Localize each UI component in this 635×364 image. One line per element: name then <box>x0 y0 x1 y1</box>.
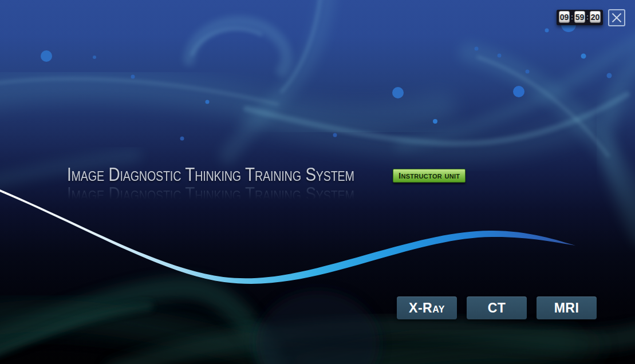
close-icon <box>612 13 622 23</box>
clock-separator: : <box>585 13 590 21</box>
clock-seconds: 20 <box>590 11 601 23</box>
clock-minutes: 59 <box>574 11 585 23</box>
clock-separator: : <box>570 13 574 21</box>
instructor-unit-badge: Instructor unit <box>393 169 466 183</box>
dark-sphere <box>256 291 380 364</box>
page-title-reflection: Image Diagnostic Thinking Training Syste… <box>67 184 354 203</box>
launcher-screen: 09 : 59 : 20 Image Diagnostic Thinking T… <box>0 0 635 364</box>
page-title: Image Diagnostic Thinking Training Syste… <box>67 164 354 184</box>
clock-hours: 09 <box>559 11 570 23</box>
ct-button[interactable]: CT <box>467 296 527 319</box>
xray-button[interactable]: X-Ray <box>397 296 457 319</box>
modality-buttons: X-Ray CT MRI <box>397 296 597 319</box>
clock-widget: 09 : 59 : 20 <box>557 10 603 25</box>
swoosh-curve <box>0 189 575 284</box>
close-button[interactable] <box>608 9 625 26</box>
mri-button[interactable]: MRI <box>537 296 597 319</box>
